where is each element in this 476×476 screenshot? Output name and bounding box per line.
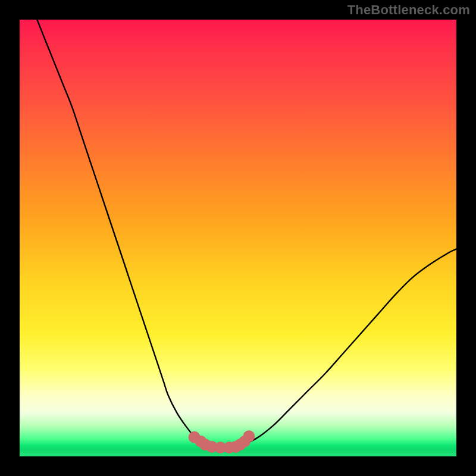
marker-group <box>189 430 255 453</box>
bottleneck-curve-path <box>37 20 456 448</box>
chart-frame: TheBottleneck.com <box>0 0 476 476</box>
chart-svg <box>20 20 456 456</box>
watermark-text: TheBottleneck.com <box>347 2 470 18</box>
chart-plot-area <box>20 20 456 456</box>
curve-marker <box>243 430 255 442</box>
